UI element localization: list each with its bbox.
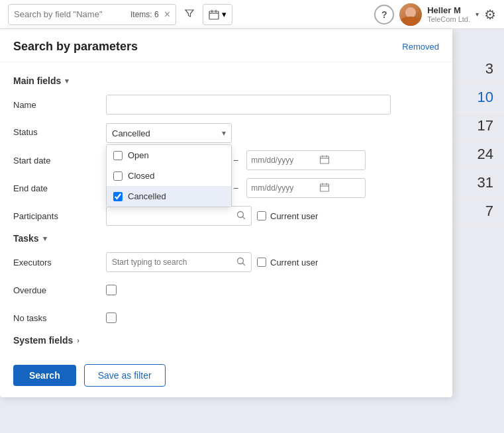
calendar-icon (209, 9, 219, 20)
status-cancelled-label: Cancelled (128, 191, 166, 201)
start-date-to-wrap (246, 150, 366, 170)
name-field-row: Name (13, 94, 439, 115)
search-panel: Search by parameters Removed Main fields… (0, 29, 452, 397)
no-tasks-checkbox[interactable] (106, 313, 117, 323)
tasks-section-header[interactable]: Tasks ▾ (13, 233, 439, 244)
start-date-dash: − (233, 155, 238, 166)
end-date-label: End date (13, 183, 106, 193)
user-menu-chevron: ▾ (476, 11, 479, 18)
overdue-field-row: Overdue (13, 279, 439, 301)
top-bar: Items: 6 × ▾ ? Heller M TeleCom Ltd. ▾ ⚙ (0, 0, 504, 29)
overdue-label: Overdue (13, 285, 106, 295)
panel-header: Search by parameters Removed (0, 29, 452, 62)
search-box: Items: 6 × (8, 4, 176, 25)
executors-control: Current user (106, 252, 439, 272)
participants-current-user-checkbox[interactable] (257, 211, 266, 220)
removed-link[interactable]: Removed (402, 42, 439, 52)
tasks-chevron: ▾ (43, 234, 47, 243)
executors-label: Executors (13, 258, 106, 267)
name-control (106, 95, 439, 115)
user-menu[interactable]: Heller M TeleCom Ltd. ▾ (399, 3, 479, 26)
system-fields-chevron: › (77, 336, 79, 344)
user-company: TeleCom Ltd. (427, 15, 470, 23)
status-label: Status (13, 127, 106, 137)
start-date-label: Start date (13, 156, 106, 166)
status-closed-label: Closed (128, 171, 154, 181)
status-open-label: Open (128, 150, 149, 160)
items-count-badge: Items: 6 (130, 10, 159, 19)
participants-current-user-wrap: Current user (257, 211, 318, 221)
main-fields-chevron: ▾ (65, 77, 69, 85)
end-date-to-input[interactable] (251, 183, 317, 193)
system-fields-label: System fields (13, 335, 73, 346)
tasks-label: Tasks (13, 233, 39, 244)
executors-search-wrap (106, 252, 252, 272)
filter-button[interactable] (181, 5, 197, 24)
participants-current-user-label: Current user (270, 211, 318, 221)
search-input[interactable] (14, 9, 125, 19)
participants-control: Current user (106, 206, 439, 226)
avatar (399, 3, 422, 26)
end-date-to-wrap (246, 178, 366, 198)
svg-rect-0 (209, 11, 219, 19)
executors-field-row: Executors Current user (13, 252, 439, 273)
end-date-to-calendar-icon[interactable] (320, 183, 329, 194)
calendar-chevron: ▾ (222, 9, 227, 19)
status-dropdown[interactable]: Cancelled ▾ Open Closed (106, 123, 232, 143)
system-fields-header[interactable]: System fields › (13, 335, 439, 346)
executors-search-input[interactable] (112, 258, 234, 267)
status-dropdown-arrow: ▾ (222, 128, 226, 138)
no-tasks-field-row: No tasks (13, 307, 439, 328)
close-icon[interactable]: × (164, 9, 170, 21)
status-option-cancelled[interactable]: Cancelled (107, 186, 231, 207)
no-tasks-label: No tasks (13, 313, 106, 323)
participants-label: Participants (13, 211, 106, 221)
search-button[interactable]: Search (13, 365, 76, 386)
participants-search-icon[interactable] (236, 211, 246, 222)
filter-icon (184, 8, 195, 19)
panel-title: Search by parameters (13, 40, 138, 54)
status-dropdown-menu: Open Closed Cancelled (106, 144, 232, 207)
participants-search-input[interactable] (112, 211, 234, 220)
executors-current-user-wrap: Current user (257, 258, 318, 267)
help-button[interactable]: ? (374, 5, 394, 24)
settings-button[interactable]: ⚙ (484, 7, 496, 23)
executors-current-user-checkbox[interactable] (257, 258, 266, 267)
svg-rect-2 (321, 156, 329, 164)
panel-footer: Search Save as filter (0, 356, 452, 397)
svg-rect-4 (321, 184, 329, 191)
save-filter-button[interactable]: Save as filter (84, 364, 166, 387)
name-input[interactable] (106, 95, 391, 115)
executors-current-user-label: Current user (270, 258, 318, 267)
start-date-to-input[interactable] (251, 156, 317, 165)
status-option-open[interactable]: Open (107, 145, 231, 166)
participants-search-wrap (106, 206, 252, 226)
end-date-dash: − (233, 183, 238, 193)
status-control: Cancelled ▾ Open Closed (106, 123, 439, 143)
status-selected-value: Cancelled (112, 128, 150, 138)
main-fields-section-header[interactable]: Main fields ▾ (13, 75, 439, 86)
overdue-control (106, 285, 439, 295)
executors-search-icon[interactable] (236, 257, 246, 268)
overdue-checkbox[interactable] (106, 285, 117, 295)
user-name: Heller M (427, 5, 470, 15)
no-tasks-control (106, 313, 439, 323)
panel-body: Main fields ▾ Name Status Cancelled ▾ (0, 62, 452, 356)
status-open-checkbox[interactable] (113, 151, 123, 160)
help-icon: ? (381, 9, 387, 20)
gear-icon: ⚙ (484, 7, 496, 22)
calendar-view-button[interactable]: ▾ (203, 4, 232, 25)
status-closed-checkbox[interactable] (113, 171, 123, 181)
name-label: Name (13, 100, 106, 110)
participants-field-row: Participants Current user (13, 205, 439, 226)
user-info: Heller M TeleCom Ltd. (427, 5, 470, 23)
status-field-row: Status Cancelled ▾ Open (13, 122, 439, 143)
status-cancelled-checkbox[interactable] (113, 192, 123, 201)
main-fields-label: Main fields (13, 75, 61, 86)
start-date-to-calendar-icon[interactable] (320, 155, 329, 166)
status-option-closed[interactable]: Closed (107, 166, 231, 186)
